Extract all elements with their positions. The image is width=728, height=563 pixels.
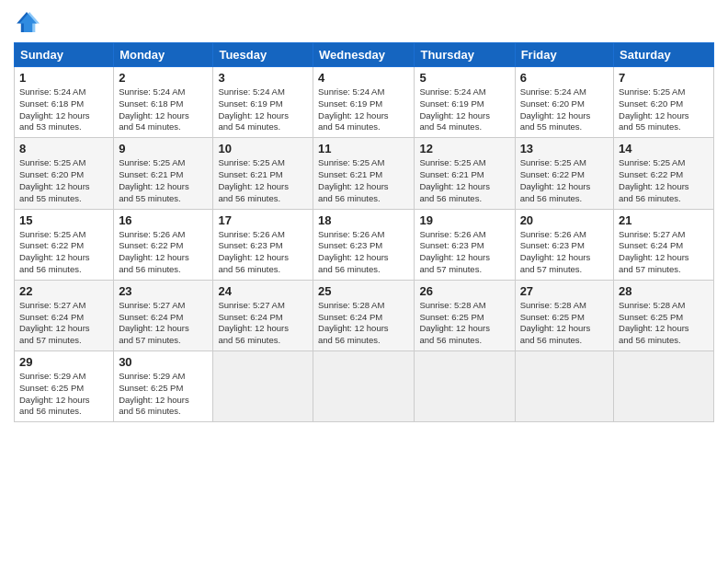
cell-info: Sunrise: 5:27 AM Sunset: 6:24 PM Dayligh… <box>619 229 709 276</box>
calendar-cell: 24Sunrise: 5:27 AM Sunset: 6:24 PM Dayli… <box>213 280 313 350</box>
calendar-cell: 27Sunrise: 5:28 AM Sunset: 6:25 PM Dayli… <box>515 280 613 350</box>
cell-info: Sunrise: 5:25 AM Sunset: 6:21 PM Dayligh… <box>318 157 409 204</box>
page: SundayMondayTuesdayWednesdayThursdayFrid… <box>0 0 728 563</box>
day-number: 19 <box>419 213 509 227</box>
cell-info: Sunrise: 5:28 AM Sunset: 6:25 PM Dayligh… <box>619 300 709 347</box>
cell-info: Sunrise: 5:24 AM Sunset: 6:19 PM Dayligh… <box>218 86 308 133</box>
day-number: 23 <box>119 284 208 298</box>
cell-info: Sunrise: 5:28 AM Sunset: 6:25 PM Dayligh… <box>419 300 509 347</box>
calendar-cell: 12Sunrise: 5:25 AM Sunset: 6:21 PM Dayli… <box>415 138 515 209</box>
calendar-cell: 26Sunrise: 5:28 AM Sunset: 6:25 PM Dayli… <box>415 280 515 350</box>
cell-info: Sunrise: 5:25 AM Sunset: 6:21 PM Dayligh… <box>419 157 509 204</box>
day-number: 18 <box>318 213 409 227</box>
cell-info: Sunrise: 5:26 AM Sunset: 6:23 PM Dayligh… <box>218 229 308 276</box>
day-number: 2 <box>119 71 208 85</box>
calendar-cell: 25Sunrise: 5:28 AM Sunset: 6:24 PM Dayli… <box>313 280 415 350</box>
cell-info: Sunrise: 5:25 AM Sunset: 6:22 PM Dayligh… <box>619 157 709 204</box>
cell-info: Sunrise: 5:24 AM Sunset: 6:20 PM Dayligh… <box>520 86 609 133</box>
calendar-cell: 11Sunrise: 5:25 AM Sunset: 6:21 PM Dayli… <box>313 138 415 209</box>
cell-info: Sunrise: 5:24 AM Sunset: 6:19 PM Dayligh… <box>318 86 409 133</box>
calendar-cell: 1Sunrise: 5:24 AM Sunset: 6:18 PM Daylig… <box>15 67 114 138</box>
cell-info: Sunrise: 5:26 AM Sunset: 6:23 PM Dayligh… <box>520 229 609 276</box>
day-number: 3 <box>218 71 308 85</box>
col-header-monday: Monday <box>114 43 213 67</box>
header-row: SundayMondayTuesdayWednesdayThursdayFrid… <box>15 43 714 67</box>
calendar-cell: 7Sunrise: 5:25 AM Sunset: 6:20 PM Daylig… <box>614 67 714 138</box>
calendar-cell: 30Sunrise: 5:29 AM Sunset: 6:25 PM Dayli… <box>114 351 213 422</box>
calendar-cell: 5Sunrise: 5:24 AM Sunset: 6:19 PM Daylig… <box>415 67 515 138</box>
day-number: 9 <box>119 142 208 155</box>
calendar-cell: 2Sunrise: 5:24 AM Sunset: 6:18 PM Daylig… <box>114 67 213 138</box>
calendar-cell: 6Sunrise: 5:24 AM Sunset: 6:20 PM Daylig… <box>515 67 613 138</box>
calendar-cell: 10Sunrise: 5:25 AM Sunset: 6:21 PM Dayli… <box>213 138 313 209</box>
week-row-2: 8Sunrise: 5:25 AM Sunset: 6:20 PM Daylig… <box>15 138 714 209</box>
day-number: 7 <box>619 71 709 85</box>
cell-info: Sunrise: 5:25 AM Sunset: 6:20 PM Dayligh… <box>19 157 108 204</box>
cell-info: Sunrise: 5:27 AM Sunset: 6:24 PM Dayligh… <box>19 300 108 347</box>
day-number: 6 <box>520 71 609 85</box>
day-number: 16 <box>119 213 208 227</box>
day-number: 12 <box>419 142 509 155</box>
calendar-cell: 21Sunrise: 5:27 AM Sunset: 6:24 PM Dayli… <box>614 209 714 280</box>
calendar-cell: 3Sunrise: 5:24 AM Sunset: 6:19 PM Daylig… <box>213 67 313 138</box>
day-number: 22 <box>19 284 108 298</box>
week-row-3: 15Sunrise: 5:25 AM Sunset: 6:22 PM Dayli… <box>15 209 714 280</box>
day-number: 15 <box>19 213 108 227</box>
calendar-cell: 17Sunrise: 5:26 AM Sunset: 6:23 PM Dayli… <box>213 209 313 280</box>
col-header-tuesday: Tuesday <box>213 43 313 67</box>
calendar-cell: 14Sunrise: 5:25 AM Sunset: 6:22 PM Dayli… <box>614 138 714 209</box>
cell-info: Sunrise: 5:27 AM Sunset: 6:24 PM Dayligh… <box>218 300 308 347</box>
cell-info: Sunrise: 5:25 AM Sunset: 6:21 PM Dayligh… <box>218 157 308 204</box>
calendar-cell <box>614 351 714 422</box>
cell-info: Sunrise: 5:29 AM Sunset: 6:25 PM Dayligh… <box>19 371 108 418</box>
week-row-1: 1Sunrise: 5:24 AM Sunset: 6:18 PM Daylig… <box>15 67 714 138</box>
col-header-sunday: Sunday <box>15 43 114 67</box>
cell-info: Sunrise: 5:28 AM Sunset: 6:24 PM Dayligh… <box>318 300 409 347</box>
day-number: 11 <box>318 142 409 155</box>
day-number: 10 <box>218 142 308 155</box>
calendar-cell: 9Sunrise: 5:25 AM Sunset: 6:21 PM Daylig… <box>114 138 213 209</box>
week-row-4: 22Sunrise: 5:27 AM Sunset: 6:24 PM Dayli… <box>15 280 714 350</box>
day-number: 24 <box>218 284 308 298</box>
cell-info: Sunrise: 5:25 AM Sunset: 6:22 PM Dayligh… <box>19 229 108 276</box>
day-number: 14 <box>619 142 709 155</box>
col-header-friday: Friday <box>515 43 613 67</box>
cell-info: Sunrise: 5:26 AM Sunset: 6:23 PM Dayligh… <box>419 229 509 276</box>
cell-info: Sunrise: 5:28 AM Sunset: 6:25 PM Dayligh… <box>520 300 609 347</box>
cell-info: Sunrise: 5:24 AM Sunset: 6:18 PM Dayligh… <box>19 86 108 133</box>
cell-info: Sunrise: 5:29 AM Sunset: 6:25 PM Dayligh… <box>119 371 208 418</box>
calendar-cell: 19Sunrise: 5:26 AM Sunset: 6:23 PM Dayli… <box>415 209 515 280</box>
day-number: 8 <box>19 142 108 155</box>
cell-info: Sunrise: 5:25 AM Sunset: 6:21 PM Dayligh… <box>119 157 208 204</box>
calendar-cell: 22Sunrise: 5:27 AM Sunset: 6:24 PM Dayli… <box>15 280 114 350</box>
day-number: 5 <box>419 71 509 85</box>
calendar-cell <box>515 351 613 422</box>
day-number: 29 <box>19 355 108 369</box>
col-header-thursday: Thursday <box>415 43 515 67</box>
col-header-saturday: Saturday <box>614 43 714 67</box>
calendar-cell: 13Sunrise: 5:25 AM Sunset: 6:22 PM Dayli… <box>515 138 613 209</box>
logo-icon <box>14 9 40 35</box>
calendar-cell: 18Sunrise: 5:26 AM Sunset: 6:23 PM Dayli… <box>313 209 415 280</box>
day-number: 26 <box>419 284 509 298</box>
cell-info: Sunrise: 5:25 AM Sunset: 6:20 PM Dayligh… <box>619 86 709 133</box>
col-header-wednesday: Wednesday <box>313 43 415 67</box>
calendar-cell <box>313 351 415 422</box>
day-number: 20 <box>520 213 609 227</box>
day-number: 30 <box>119 355 208 369</box>
calendar-cell: 20Sunrise: 5:26 AM Sunset: 6:23 PM Dayli… <box>515 209 613 280</box>
day-number: 17 <box>218 213 308 227</box>
calendar-cell <box>213 351 313 422</box>
cell-info: Sunrise: 5:25 AM Sunset: 6:22 PM Dayligh… <box>520 157 609 204</box>
calendar-table: SundayMondayTuesdayWednesdayThursdayFrid… <box>14 42 714 422</box>
cell-info: Sunrise: 5:26 AM Sunset: 6:23 PM Dayligh… <box>318 229 409 276</box>
day-number: 13 <box>520 142 609 155</box>
calendar-cell: 15Sunrise: 5:25 AM Sunset: 6:22 PM Dayli… <box>15 209 114 280</box>
cell-info: Sunrise: 5:24 AM Sunset: 6:19 PM Dayligh… <box>419 86 509 133</box>
day-number: 4 <box>318 71 409 85</box>
calendar-cell: 29Sunrise: 5:29 AM Sunset: 6:25 PM Dayli… <box>15 351 114 422</box>
calendar-cell: 16Sunrise: 5:26 AM Sunset: 6:22 PM Dayli… <box>114 209 213 280</box>
cell-info: Sunrise: 5:24 AM Sunset: 6:18 PM Dayligh… <box>119 86 208 133</box>
day-number: 27 <box>520 284 609 298</box>
day-number: 21 <box>619 213 709 227</box>
